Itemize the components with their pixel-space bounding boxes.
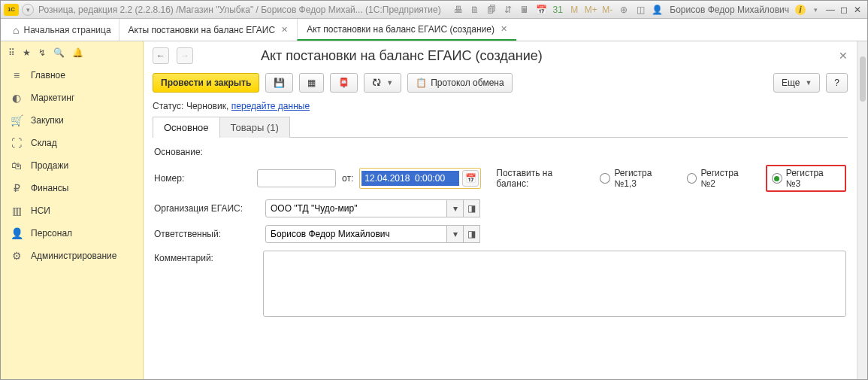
radio-reg3[interactable]: Регистра №3	[772, 168, 840, 189]
calc-icon[interactable]: 🖩	[518, 3, 531, 17]
calendar-icon: 📅	[465, 173, 476, 184]
mem-mminus-icon[interactable]: M-	[600, 3, 614, 17]
sidebar-item-main[interactable]: ≡Главное	[1, 64, 143, 87]
open-icon: ◨	[467, 229, 476, 239]
export-button[interactable]: 📮	[330, 73, 358, 93]
ruble-icon: ₽	[10, 182, 23, 194]
nav-back-button[interactable]: ←	[153, 47, 169, 64]
post-icon: ▦	[307, 78, 316, 88]
mem-m-icon[interactable]: M	[567, 3, 581, 17]
radio-icon	[772, 173, 782, 184]
sidebar-item-label: Закупки	[31, 115, 64, 126]
scrollbar[interactable]	[857, 41, 867, 379]
floppy-icon: 💾	[274, 78, 285, 88]
sidebar-item-admin[interactable]: ⚙Администрирование	[1, 245, 143, 267]
search-icon[interactable]: 🔍	[53, 47, 65, 58]
home-tab[interactable]: ⌂ Начальная страница	[5, 19, 119, 41]
info-dropdown-icon[interactable]: ▾	[809, 3, 822, 17]
protocol-button[interactable]: 📋Протокол обмена	[407, 73, 512, 93]
calendar-button[interactable]: 📅	[462, 170, 479, 187]
comment-textarea[interactable]	[263, 251, 846, 317]
date-icon[interactable]: 31	[551, 3, 564, 17]
list-icon: 📋	[416, 78, 427, 88]
resp-label: Ответственный:	[154, 229, 259, 239]
dropdown-button[interactable]: ▾	[447, 225, 464, 243]
number-input[interactable]	[257, 169, 336, 187]
copy-icon[interactable]: 🗐	[485, 3, 498, 17]
info-icon[interactable]: i	[795, 5, 806, 15]
print-icon[interactable]: 🖶	[452, 3, 465, 17]
form: Основание: Номер: от: 📅 Поставить на бал…	[153, 138, 848, 318]
radio-reg2[interactable]: Регистра №2	[687, 168, 755, 189]
pie-icon: ◐	[10, 92, 23, 104]
scrollbar-thumb[interactable]	[860, 56, 866, 102]
sidebar-item-label: Склад	[31, 138, 57, 148]
history-icon[interactable]: ↯	[38, 47, 46, 58]
more-label: Еще	[782, 78, 800, 88]
apps-icon[interactable]: ⠿	[8, 47, 15, 58]
main-tabbar: ⌂ Начальная страница Акты постановки на …	[1, 19, 867, 41]
open-button[interactable]: ◨	[464, 225, 480, 243]
person-icon: 👤	[10, 227, 23, 239]
tab-act-create[interactable]: Акт постановки на баланс ЕГАИС (создание…	[297, 19, 516, 41]
books-icon: ▥	[10, 205, 23, 217]
radio-reg1[interactable]: Регистра №1,3	[600, 168, 676, 189]
sidebar-item-personnel[interactable]: 👤Персонал	[1, 222, 143, 245]
home-icon: ⌂	[13, 24, 19, 36]
date-input[interactable]	[361, 171, 459, 186]
close-icon[interactable]: ✕	[281, 25, 288, 35]
maximize-button[interactable]: ◻	[837, 4, 851, 16]
bag-icon: 🛍	[10, 160, 23, 172]
radio-icon	[600, 173, 610, 184]
sync-button[interactable]: 🗘▼	[364, 73, 401, 93]
user-icon: 👤	[650, 3, 664, 17]
help-button[interactable]: ?	[826, 73, 848, 93]
sidebar-item-warehouse[interactable]: ⛶Склад	[1, 132, 143, 154]
calendar-icon[interactable]: 📅	[534, 3, 548, 17]
favorites-icon[interactable]: ★	[23, 47, 31, 58]
zoom-icon[interactable]: ⊕	[617, 3, 631, 17]
date-field-wrap: 📅	[359, 168, 481, 189]
compare-icon[interactable]: ⇵	[501, 3, 515, 17]
row-number: Номер: от: 📅 Поставить на баланс: Регист…	[154, 165, 846, 192]
sidebar-item-nsi[interactable]: ▥НСИ	[1, 199, 143, 222]
bell-icon[interactable]: 🔔	[72, 47, 83, 58]
highlight-box: Регистра №3	[766, 165, 846, 192]
open-icon: ◨	[467, 203, 476, 214]
org-input[interactable]	[265, 199, 447, 217]
tab-main[interactable]: Основное	[153, 117, 220, 138]
row-org: Организация ЕГАИС: ▾ ◨	[154, 199, 846, 217]
more-button[interactable]: Еще▼	[773, 73, 820, 93]
inner-tabs: Основное Товары (1)	[153, 116, 848, 138]
save-button[interactable]: 💾	[265, 73, 293, 93]
panel-icon[interactable]: ◫	[634, 3, 647, 17]
resp-input[interactable]	[265, 225, 447, 243]
row-basis: Основание:	[154, 147, 846, 157]
close-window-button[interactable]: ✕	[851, 4, 864, 16]
tab-acts-list[interactable]: Акты постановки на баланс ЕГАИС ✕	[119, 19, 298, 41]
close-icon[interactable]: ✕	[501, 24, 507, 34]
sidebar-item-marketing[interactable]: ◐Маркетинг	[1, 87, 143, 109]
register-radio-group: Регистра №1,3 Регистра №2 Регистра №3	[600, 165, 846, 192]
sync-icon: 🗘	[372, 78, 381, 88]
tab-goods[interactable]: Товары (1)	[219, 117, 290, 138]
close-page-button[interactable]: ✕	[839, 50, 848, 62]
sidebar-item-sales[interactable]: 🛍Продажи	[1, 154, 143, 177]
sidebar-item-label: Администрирование	[31, 251, 116, 261]
dropdown-button[interactable]: ▾	[447, 199, 464, 217]
open-button[interactable]: ◨	[464, 199, 480, 217]
status-value: Черновик,	[186, 101, 228, 111]
commit-close-button[interactable]: Провести и закрыть	[153, 73, 259, 93]
post-button[interactable]: ▦	[299, 73, 324, 93]
chevron-down-icon: ▾	[453, 203, 458, 214]
sidebar-item-purchases[interactable]: 🛒Закупки	[1, 109, 143, 132]
from-label: от:	[342, 173, 353, 184]
status-link[interactable]: передайте данные	[231, 101, 310, 111]
mem-mplus-icon[interactable]: M+	[584, 3, 597, 17]
tab-label: Акт постановки на баланс ЕГАИС (создание…	[307, 24, 494, 35]
minimize-button[interactable]: —	[824, 4, 837, 16]
nav-forward-button[interactable]: →	[177, 47, 193, 64]
sidebar-item-finance[interactable]: ₽Финансы	[1, 177, 143, 199]
history-dropdown-icon[interactable]: ▾	[22, 4, 34, 16]
save-icon[interactable]: 🗎	[468, 3, 482, 17]
